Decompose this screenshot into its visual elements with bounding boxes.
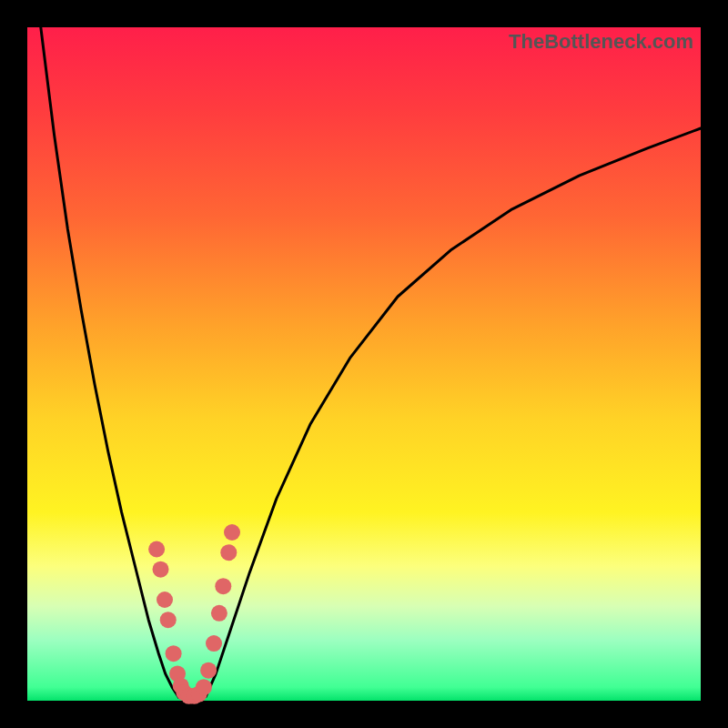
marker-dot	[215, 578, 231, 594]
marker-dot	[224, 524, 240, 541]
marker-dot	[160, 612, 177, 628]
chart-svg	[27, 27, 701, 701]
plot-area: TheBottleneck.com	[27, 27, 701, 701]
marker-dot	[200, 662, 217, 679]
marker-dot	[211, 605, 228, 622]
marker-dot	[166, 645, 182, 662]
marker-dot	[157, 592, 173, 608]
marker-dot	[196, 679, 212, 695]
bottleneck-curve	[41, 27, 701, 700]
outer-frame: TheBottleneck.com	[0, 0, 728, 728]
marker-dot	[206, 635, 222, 652]
marker-dot	[153, 561, 169, 578]
marker-dot	[148, 541, 165, 558]
curve-path	[41, 27, 701, 700]
marker-dots	[148, 524, 240, 704]
marker-dot	[220, 544, 237, 561]
